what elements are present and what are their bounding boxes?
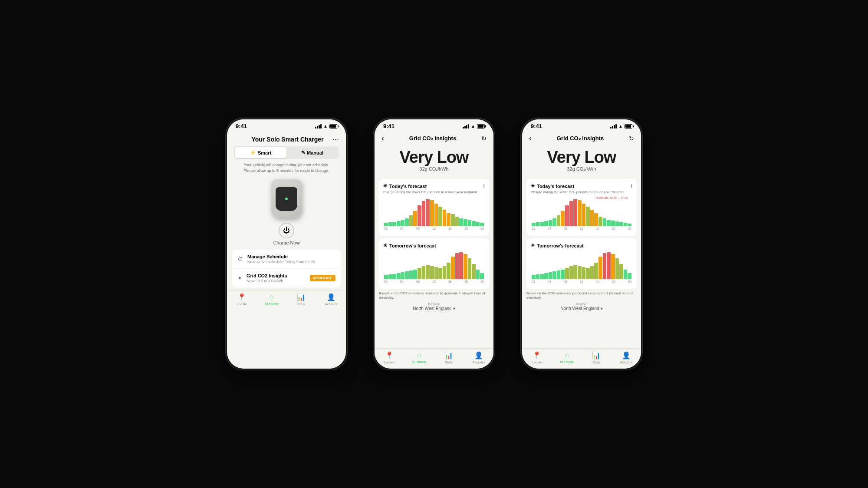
- very-low-text-2: Very Low: [375, 149, 493, 165]
- home-label-2: Ai Home: [412, 360, 426, 364]
- info-icon-today-2[interactable]: ℹ: [483, 183, 485, 189]
- very-low-section-3: Very Low 32g CO₂/kWh: [522, 145, 641, 176]
- refresh-button-2[interactable]: ↻: [481, 135, 487, 142]
- co2-text: Grid CO2 Insights Now: 210 gCO2/kWh: [247, 273, 306, 283]
- today-chart-2: 01040812162000: [383, 197, 485, 231]
- manual-mode-button[interactable]: ✎ Manual: [286, 147, 338, 158]
- nav-account-2[interactable]: 👤 Account: [464, 351, 494, 364]
- today-subtitle-3: Charge during the lower CO₂ periods to r…: [531, 190, 632, 194]
- grid-co2-item[interactable]: ✦ Grid CO2 Insights Now: 210 gCO2/kWh MO…: [232, 269, 341, 287]
- charger-screen: [276, 187, 297, 211]
- region-name-3[interactable]: North West England ▾: [526, 306, 637, 311]
- tomorrow-chart-3: 01040812162000: [531, 250, 632, 284]
- tomorrow-chart-bars-3: [531, 250, 632, 279]
- battery-icon-2: [477, 124, 485, 129]
- schedule-text: Manage Schedule Next active schedule Fri…: [247, 254, 335, 264]
- region-selector-3[interactable]: Region: North West England ▾: [526, 302, 637, 311]
- nav-home-3[interactable]: ⌂ Ai Home: [552, 351, 582, 364]
- nav-stats-2[interactable]: 📊 Stats: [434, 351, 464, 364]
- account-label-3: Account: [620, 360, 632, 364]
- tomorrow-chart-labels-3: 01040812162000: [531, 279, 632, 283]
- power-button[interactable]: ⏻: [279, 223, 294, 238]
- today-forecast-title-2: ✳ Today's forecast: [383, 183, 427, 189]
- region-selector-2[interactable]: Region: North West England ▾: [379, 302, 489, 311]
- bottom-nav-1: 📍 Locate ⌂ At Home 📊 Stats 👤 Account: [227, 290, 346, 310]
- today-forecast-card-3: ✳ Today's forecast ℹ Charge during the l…: [526, 179, 637, 236]
- locate-label-3: Locate: [532, 360, 542, 364]
- co2-main-2: Very Low 32g CO₂/kWh ✳ Today's forecast …: [375, 145, 493, 348]
- wifi-icon-3: ▲: [618, 124, 623, 129]
- smart-mode-button[interactable]: ⚡ Smart: [235, 147, 286, 158]
- home-label-1: At Home: [264, 302, 279, 306]
- moderate-tooltip-3: Moderate 16:30 – 17:00: [596, 196, 628, 199]
- stats-label-3: Stats: [592, 360, 600, 364]
- tomorrow-chart-2: 01040812162000: [383, 250, 485, 284]
- locate-icon-2: 📍: [385, 351, 394, 359]
- home-icon-2: ⌂: [417, 351, 421, 359]
- nav-locate-2[interactable]: 📍 Locate: [375, 351, 404, 364]
- region-label-2: Region:: [379, 302, 489, 306]
- refresh-button-3[interactable]: ↻: [629, 135, 634, 142]
- menu-items-list: ⏱ Manage Schedule Next active schedule F…: [232, 250, 341, 287]
- nav-athome-1[interactable]: ⌂ At Home: [257, 293, 287, 306]
- menu-dots-button[interactable]: ···: [332, 135, 339, 144]
- co2-header-2: ‹ Grid CO₂ Insights ↻: [375, 131, 493, 145]
- today-forecast-header-2: ✳ Today's forecast ℹ: [383, 183, 485, 189]
- tomorrow-forecast-title-3: ✳ Tomorrow's forecast: [531, 243, 584, 248]
- region-label-3: Region:: [526, 302, 637, 306]
- nav-stats-3[interactable]: 📊 Stats: [582, 351, 612, 364]
- locate-icon-3: 📍: [533, 351, 541, 359]
- smart-icon: ⚡: [250, 150, 256, 155]
- account-icon-3: 👤: [622, 351, 631, 359]
- battery-icon-1: [329, 124, 337, 129]
- today-chart-3: Moderate 16:30 – 17:00 01040812162000: [531, 197, 632, 231]
- back-button-2[interactable]: ‹: [381, 134, 384, 143]
- mode-toggle: ⚡ Smart ✎ Manual: [234, 146, 339, 159]
- chevron-down-icon-3: ▾: [601, 306, 603, 311]
- today-chart-bars-3: [531, 197, 632, 226]
- tomorrow-forecast-header-3: ✳ Tomorrow's forecast: [531, 243, 632, 248]
- nav-home-2[interactable]: ⌂ Ai Home: [404, 351, 434, 364]
- today-forecast-title-3: ✳ Today's forecast: [531, 183, 574, 189]
- charger-body: [271, 179, 302, 218]
- very-low-section-2: Very Low 32g CO₂/kWh: [375, 145, 493, 176]
- charge-now-label: Charge Now: [273, 240, 299, 245]
- status-bar-2: 9:41 ▲: [375, 119, 493, 131]
- today-chart-labels-2: 01040812162000: [383, 226, 485, 230]
- status-icons-3: ▲: [610, 124, 632, 129]
- account-icon-1: 👤: [327, 293, 335, 301]
- stats-icon-3: 📊: [592, 351, 601, 359]
- locate-icon-1: 📍: [237, 293, 246, 301]
- nav-stats-1[interactable]: 📊 Stats: [286, 293, 316, 306]
- status-icons-2: ▲: [463, 124, 485, 129]
- bottom-nav-2: 📍 Locate ⌂ Ai Home 📊 Stats 👤 Account: [375, 348, 493, 369]
- manual-label: Manual: [307, 150, 323, 155]
- sun-icon-3: ✳: [531, 183, 535, 189]
- info-icon-today-3[interactable]: ℹ: [631, 183, 632, 189]
- charger-status-dot: [285, 198, 288, 200]
- nav-account-3[interactable]: 👤 Account: [612, 351, 641, 364]
- region-name-2[interactable]: North West England ▾: [379, 306, 489, 311]
- home-icon-1: ⌂: [270, 293, 274, 301]
- wifi-icon-1: ▲: [323, 124, 328, 129]
- co2-value-3: 32g CO₂/kWh: [522, 166, 641, 172]
- tomorrow-forecast-card-2: ✳ Tomorrow's forecast 01040812162000: [379, 238, 489, 289]
- manage-schedule-item[interactable]: ⏱ Manage Schedule Next active schedule F…: [232, 250, 341, 269]
- signal-bars-2: [463, 124, 469, 129]
- tomorrow-chart-labels-2: 01040812162000: [383, 279, 485, 283]
- account-label-2: Account: [472, 360, 485, 364]
- tomorrow-forecast-card-3: ✳ Tomorrow's forecast 01040812162000: [526, 238, 637, 289]
- nav-account-1[interactable]: 👤 Account: [316, 293, 346, 306]
- stats-icon-1: 📊: [297, 293, 306, 301]
- account-icon-2: 👤: [474, 351, 483, 359]
- tomorrow-forecast-title-2: ✳ Tomorrow's forecast: [383, 243, 436, 248]
- today-forecast-header-3: ✳ Today's forecast ℹ: [531, 183, 632, 189]
- back-button-3[interactable]: ‹: [529, 134, 532, 143]
- stats-label-1: Stats: [297, 302, 305, 306]
- status-time-3: 9:41: [531, 123, 542, 129]
- schedule-title: Manage Schedule: [247, 254, 335, 259]
- nav-locate-1[interactable]: 📍 Locate: [227, 293, 257, 306]
- nav-locate-3[interactable]: 📍 Locate: [522, 351, 552, 364]
- charge-now-section: ⏻ Charge Now: [227, 220, 346, 248]
- schedule-subtitle: Next active schedule Friday from 00:00: [247, 260, 335, 264]
